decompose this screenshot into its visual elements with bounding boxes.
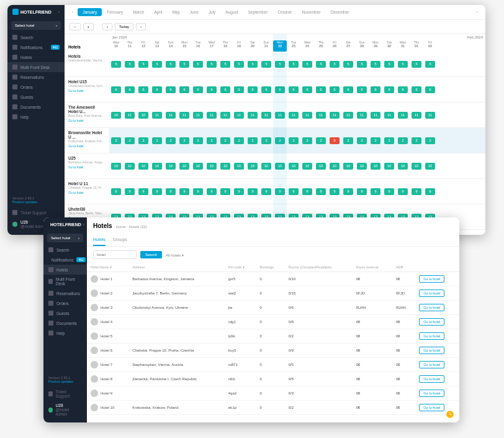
availability-cell[interactable]: 9: [410, 188, 423, 195]
ticket-support[interactable]: Ticket Support: [48, 387, 82, 401]
availability-cell[interactable]: 6: [109, 86, 123, 93]
month-october[interactable]: October: [272, 8, 297, 16]
availability-cell[interactable]: 5: [314, 61, 328, 68]
day-header[interactable]: Sat27: [341, 40, 355, 52]
column-header[interactable]: Pin code ▾: [225, 263, 256, 272]
month-july[interactable]: July: [204, 8, 221, 16]
availability-cell[interactable]: 11: [150, 112, 164, 119]
go-to-hotel-button[interactable]: Go to hotel: [419, 290, 444, 297]
hotel-name-cell[interactable]: Hotel 1: [87, 272, 128, 286]
availability-cell[interactable]: 11: [191, 112, 205, 119]
day-header[interactable]: Sun14: [164, 40, 178, 52]
availability-cell[interactable]: 5: [341, 61, 355, 68]
availability-cell[interactable]: 9: [259, 188, 273, 195]
hotel-name-cell[interactable]: Hotel 9: [87, 386, 128, 401]
day-header[interactable]: Tue16: [191, 40, 205, 52]
day-header[interactable]: Mon22: [273, 40, 287, 52]
availability-cell[interactable]: 9: [382, 188, 396, 195]
availability-cell[interactable]: 2: [410, 137, 423, 144]
hotel-name-cell[interactable]: Hotel 10: [87, 401, 128, 415]
month-january[interactable]: January: [78, 8, 102, 16]
day-header[interactable]: Wed17: [205, 40, 218, 52]
availability-cell[interactable]: 10: [150, 163, 164, 170]
day-header[interactable]: Sat13: [150, 40, 164, 52]
sidebar-item-multi-front-desk[interactable]: Multi Front Desk: [7, 62, 65, 72]
availability-cell[interactable]: 9: [205, 188, 218, 195]
availability-cell[interactable]: 6: [300, 86, 314, 93]
go-to-hotel-button[interactable]: Go to hotel: [419, 318, 444, 326]
availability-cell[interactable]: 10: [218, 163, 232, 170]
go-to-hotel-link[interactable]: Go to hotel: [68, 144, 106, 148]
availability-cell[interactable]: 10: [205, 163, 218, 170]
availability-cell[interactable]: 6: [287, 86, 300, 93]
availability-cell[interactable]: 5: [328, 61, 341, 68]
availability-cell[interactable]: 10: [109, 112, 123, 119]
sidebar-item-reservations[interactable]: Reservations: [7, 72, 65, 82]
availability-cell[interactable]: 10: [273, 163, 287, 170]
availability-cell[interactable]: 9: [150, 188, 164, 195]
month-may[interactable]: May: [167, 8, 184, 16]
hotel-name-cell[interactable]: Hotel 7: [87, 358, 128, 372]
day-header[interactable]: Tue23: [287, 40, 300, 52]
sidebar-item-search[interactable]: Search: [7, 32, 65, 42]
availability-cell[interactable]: 5: [382, 61, 396, 68]
zoom-in-button[interactable]: +: [83, 23, 94, 30]
availability-cell[interactable]: 2: [191, 137, 205, 144]
sidebar-item-notifications[interactable]: Notifications462: [43, 255, 87, 265]
availability-cell[interactable]: 5: [191, 61, 205, 68]
month-september[interactable]: September: [243, 8, 273, 16]
availability-cell[interactable]: 6: [259, 86, 273, 93]
availability-cell[interactable]: 6: [341, 86, 355, 93]
month-december[interactable]: December: [326, 8, 354, 16]
availability-cell[interactable]: 10: [123, 163, 137, 170]
column-header[interactable]: Bookings: [256, 263, 284, 272]
month-august[interactable]: August: [220, 8, 243, 16]
availability-cell[interactable]: 5: [423, 61, 437, 68]
availability-cell[interactable]: 6: [246, 86, 259, 93]
availability-cell[interactable]: 5: [232, 61, 246, 68]
sidebar-item-notifications[interactable]: Notifications462: [7, 42, 65, 52]
column-header[interactable]: Address: [128, 263, 225, 272]
month-june[interactable]: June: [185, 8, 204, 16]
availability-cell[interactable]: 2: [300, 137, 314, 144]
availability-cell[interactable]: 2: [205, 137, 218, 144]
hotel-name-cell[interactable]: Hotel 2: [87, 286, 128, 301]
day-header[interactable]: Thu25: [314, 40, 328, 52]
availability-cell[interactable]: 11: [218, 112, 232, 119]
sidebar-item-documents[interactable]: Documents: [7, 102, 65, 112]
availability-cell[interactable]: 5: [273, 61, 287, 68]
availability-cell[interactable]: 9: [123, 188, 137, 195]
availability-cell[interactable]: 6: [355, 86, 369, 93]
next-button[interactable]: ›: [136, 23, 146, 30]
availability-cell[interactable]: 2: [123, 137, 137, 144]
availability-cell[interactable]: 0: [328, 137, 341, 144]
availability-cell[interactable]: 2: [259, 137, 273, 144]
availability-cell[interactable]: 2: [232, 137, 246, 144]
availability-cell[interactable]: 10: [232, 163, 246, 170]
availability-cell[interactable]: 9: [164, 188, 178, 195]
availability-cell[interactable]: 5: [205, 61, 218, 68]
availability-cell[interactable]: 11: [273, 112, 287, 119]
availability-cell[interactable]: 5: [218, 61, 232, 68]
availability-cell[interactable]: 5: [123, 61, 137, 68]
go-to-hotel-button[interactable]: Go to hotel: [419, 390, 444, 397]
availability-cell[interactable]: 6: [314, 86, 328, 93]
day-header[interactable]: Tue30: [382, 40, 396, 52]
availability-cell[interactable]: 6: [396, 86, 410, 93]
availability-cell[interactable]: 11: [410, 112, 423, 119]
hotel-name-cell[interactable]: Hotel 5: [87, 329, 128, 344]
availability-cell[interactable]: 2: [109, 137, 123, 144]
availability-cell[interactable]: 11: [164, 112, 178, 119]
availability-cell[interactable]: 6: [178, 86, 191, 93]
availability-cell[interactable]: 5: [300, 61, 314, 68]
user-menu[interactable]: U28@Hotel Admin: [48, 401, 82, 419]
availability-cell[interactable]: 11: [369, 112, 382, 119]
availability-cell[interactable]: 10: [369, 163, 382, 170]
hotel-name-cell[interactable]: Hotel 6: [87, 344, 128, 358]
availability-cell[interactable]: 10: [246, 163, 259, 170]
go-to-hotel-button[interactable]: Go to hotel: [419, 375, 444, 383]
sidebar-item-search[interactable]: Search: [43, 245, 87, 255]
availability-cell[interactable]: 2: [314, 137, 328, 144]
availability-cell[interactable]: 2: [355, 137, 369, 144]
sidebar-item-documents[interactable]: Documents: [43, 318, 87, 328]
